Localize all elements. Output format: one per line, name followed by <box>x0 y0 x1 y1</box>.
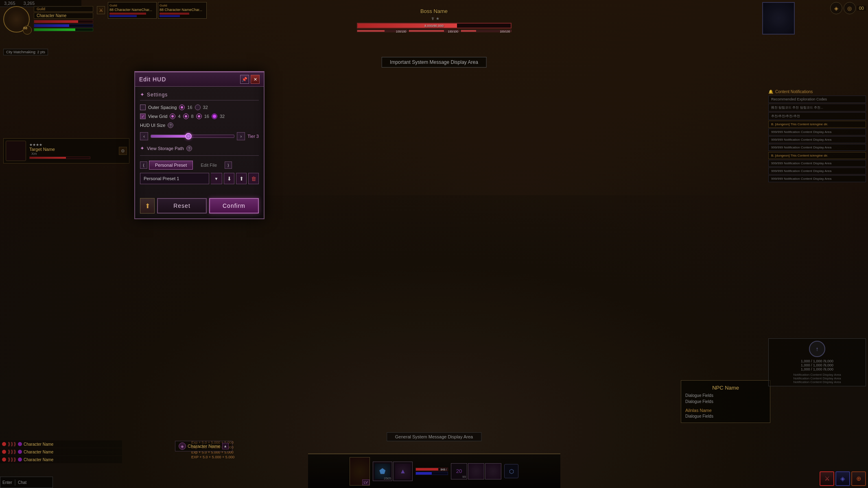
notif-item-3: 추천/추천/추천/추천 <box>768 112 866 120</box>
slider-right-btn[interactable]: › <box>237 132 245 140</box>
settings-title: Settings <box>147 92 168 98</box>
action-bar-portrait[interactable]: LV <box>350 457 370 486</box>
skill-slot-2[interactable]: ▲ <box>393 462 413 481</box>
label-outer-16: 16 <box>187 105 192 110</box>
nameplate-icon: ◈ <box>179 442 186 450</box>
minimap[interactable] <box>762 2 795 35</box>
party-dot-red-3 <box>2 458 6 462</box>
preset-delete-btn[interactable]: 🗑 <box>248 173 259 184</box>
slider-track[interactable] <box>151 135 234 138</box>
modal-titlebar-buttons: 📌 ✕ <box>240 75 260 84</box>
preset-selected-name: Personal Preset 1 <box>144 176 179 181</box>
player-hp-bar <box>34 20 93 23</box>
notif-item-11: 999/999 Notification Content Display Are… <box>768 175 866 182</box>
hud-ui-size-help[interactable]: ? <box>168 122 173 128</box>
storage-icon: ✦ <box>140 145 144 151</box>
preset-select-display[interactable]: Personal Preset 1 <box>140 173 209 184</box>
tab-personal-preset[interactable]: Personal Preset <box>149 161 193 170</box>
npc-alt-name: Ailnlas Name <box>685 408 766 413</box>
notif-item-8: B. [dungeon] This Content is/engine dir. <box>768 152 866 159</box>
modal-close-button[interactable]: ✕ <box>251 75 260 84</box>
matchmaking-indicator[interactable]: City Matchmaking: 2 pts <box>3 49 48 55</box>
close-icon: ✕ <box>254 77 257 82</box>
modal-title: Edit HUD <box>139 76 166 83</box>
target-settings-btn[interactable]: ⚙ <box>119 147 127 155</box>
radio-grid-8[interactable] <box>183 113 189 119</box>
preset-dropdown-btn[interactable]: ▼ <box>211 173 222 184</box>
view-grid-label: View Grid <box>148 114 167 119</box>
preset-upload-btn[interactable]: ⬆ <box>236 173 247 184</box>
outer-spacing-label: Outer Spacing <box>148 105 177 110</box>
tier-badge: Tier 3 <box>247 134 259 139</box>
ground-overlay <box>0 195 868 488</box>
label-grid-16: 16 <box>204 114 209 119</box>
chat-tab-enter[interactable]: Enter <box>0 480 14 485</box>
bottom-btn-2[interactable]: ◈ <box>835 471 850 486</box>
radio-outer-32[interactable] <box>195 105 201 110</box>
bottom-btn-1[interactable]: ⚔ <box>820 471 834 486</box>
preset-arrow-left[interactable]: ⟨ <box>140 161 147 169</box>
modal-pin-button[interactable]: 📌 <box>240 75 249 84</box>
preset-arrow-right[interactable]: ⟩ <box>225 161 232 169</box>
radio-grid-4[interactable] <box>170 113 175 119</box>
coord-x: 3,265 <box>4 1 15 6</box>
outer-spacing-row: Outer Spacing 16 32 <box>140 105 259 110</box>
skill-slot-1[interactable]: ⬟ 2505 <box>373 462 392 481</box>
notif-item-1: Recommended Exploration Codes <box>768 96 866 103</box>
party-combat-name-3: Character Name <box>24 458 53 462</box>
slot-hotkey-3: 99 <box>462 475 466 479</box>
notif-item-9: 999/999 Notification Content Display Are… <box>768 160 866 167</box>
bottom-btn-3[interactable]: ⊕ <box>851 471 866 486</box>
view-grid-checkbox[interactable] <box>140 113 146 119</box>
chat-tab-chat[interactable]: Chat <box>16 480 28 485</box>
edit-hud-modal[interactable]: Edit HUD 📌 ✕ ✦ Settings Outer Spacing <box>134 71 265 219</box>
currency-icon-2: ◎ <box>844 2 856 14</box>
npc-dialogue-2: Dialogue Fields <box>685 399 766 404</box>
view-grid-row: View Grid 4 8 16 32 <box>140 113 259 119</box>
character-nameplate: ◈ Character Name ▲ <box>175 441 232 451</box>
right-stat-2: 1,000 / 1,000 /9,000 <box>771 363 864 367</box>
modal-body: ✦ Settings Outer Spacing 16 32 View Grid <box>135 87 264 195</box>
skill-slot-4[interactable] <box>468 463 484 479</box>
tab-edit-file[interactable]: Edit File <box>195 161 223 170</box>
chat-box: Enter | Chat <box>0 477 53 488</box>
party-frames: Guild 88 Character NameChar... Guild 88 … <box>108 2 207 19</box>
export-button[interactable]: ⬆ <box>140 198 155 214</box>
skill-slot-3[interactable]: 20 99 <box>451 463 467 479</box>
label-grid-32: 32 <box>220 114 225 119</box>
action-bar: LV ⬟ 2505 ▲ 848 / 20 99 ⬡ <box>308 453 560 488</box>
notif-item-10: 999/999 Notification Content Display Are… <box>768 168 866 174</box>
player-name: Character Name <box>37 13 90 18</box>
hp-mp-display: 848 / <box>413 468 450 475</box>
nameplate-text: Character Name <box>188 444 221 449</box>
label-outer-32: 32 <box>203 105 208 110</box>
preset-download-btn[interactable]: ⬇ <box>224 173 234 184</box>
label-grid-4: 4 <box>178 114 180 119</box>
slider-row: ‹ › Tier 3 <box>140 132 259 140</box>
top-right-ui: ◈ ◎ 00 <box>830 2 866 14</box>
right-stat-3: 1,000 / 1,000 /9,000 <box>771 367 864 371</box>
radio-outer-16[interactable] <box>179 105 185 110</box>
question-mark-icon: ? <box>170 123 172 127</box>
confirm-button[interactable]: Confirm <box>209 198 259 214</box>
party-dot-purple-3 <box>18 458 22 462</box>
notifications-panel: 🔔 Content Notifications Recommended Expl… <box>768 89 866 183</box>
storage-help-btn[interactable]: ? <box>186 146 192 151</box>
slider-thumb[interactable] <box>185 133 192 139</box>
party-dot-red-2 <box>2 450 6 454</box>
slider-left-btn[interactable]: ‹ <box>140 132 148 140</box>
target-frame: ★★★★ Target Name Xm ⚙ <box>3 138 129 163</box>
compass-btn[interactable]: ⬡ <box>504 464 518 478</box>
storage-question-icon: ? <box>188 146 190 150</box>
party-frame-1: Guild 88 Character NameChar... <box>108 2 157 19</box>
boss-icons: 🗡 ★ <box>431 16 439 21</box>
outer-spacing-checkbox[interactable] <box>140 105 146 110</box>
portrait-level-badge: LV <box>362 479 370 485</box>
reset-button[interactable]: Reset <box>157 198 207 214</box>
radio-grid-16[interactable] <box>196 113 202 119</box>
skill-slot-5[interactable] <box>485 463 501 479</box>
combat-log-4: EXP + 5.0 + 5.000 + 5.000 <box>191 455 281 460</box>
party-combat-name-1: Character Name <box>24 442 53 447</box>
radio-grid-32[interactable] <box>212 113 217 119</box>
nameplate-expand[interactable]: ▲ <box>222 443 229 449</box>
